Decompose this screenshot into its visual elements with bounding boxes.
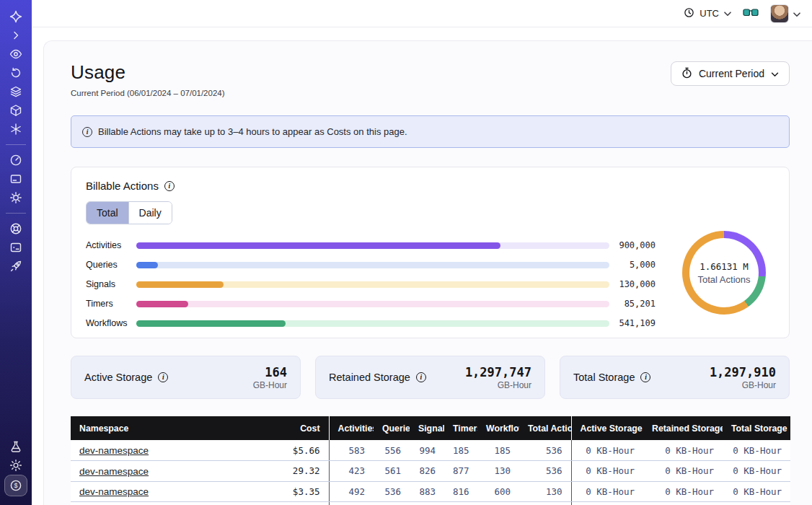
retained-storage-cell: 0 KB-Hour bbox=[643, 481, 723, 502]
info-icon[interactable]: i bbox=[164, 181, 175, 191]
column-header: Active Storage bbox=[571, 416, 643, 440]
card-icon[interactable] bbox=[5, 170, 27, 188]
dollar-coin-icon[interactable]: $ bbox=[4, 475, 27, 496]
timers-cell bbox=[444, 502, 477, 505]
total-actions-cell: 536 bbox=[519, 440, 571, 461]
signals-cell: 883 bbox=[410, 481, 444, 502]
lifebuoy-icon[interactable] bbox=[5, 219, 27, 238]
bar-fill bbox=[136, 301, 188, 307]
donut-center: 1.66131 M Total Actions bbox=[689, 238, 759, 307]
glasses-icon[interactable] bbox=[743, 7, 759, 20]
layers-icon[interactable] bbox=[5, 82, 27, 101]
clock-icon bbox=[684, 7, 694, 20]
timers-cell: 877 bbox=[444, 461, 477, 482]
bar-track bbox=[136, 301, 609, 307]
chart-row: Workflows541,109 bbox=[86, 317, 656, 329]
namespace-link[interactable]: dev-namespace bbox=[79, 445, 149, 456]
info-icon: i bbox=[82, 127, 92, 137]
namespace-cell: dev-namespace bbox=[71, 502, 280, 505]
active-storage-card: Active Storage i 164 GB-Hour bbox=[71, 356, 301, 399]
total-storage-cell: 0 KB-Hour bbox=[723, 440, 790, 461]
storage-card-label: Total Storage bbox=[573, 372, 635, 383]
chart-category-label: Activities bbox=[86, 240, 136, 250]
total-storage-card: Total Storage i 1,297,910 GB-Hour bbox=[560, 356, 790, 399]
cube-icon[interactable] bbox=[5, 101, 27, 120]
storage-card-value: 1,297,747 bbox=[465, 365, 531, 379]
signals-cell: 994 bbox=[410, 440, 444, 461]
info-icon[interactable]: i bbox=[640, 372, 650, 382]
activities-cell bbox=[329, 502, 374, 505]
flask-icon[interactable] bbox=[5, 437, 27, 456]
activities-cell: 492 bbox=[329, 481, 374, 502]
user-menu[interactable] bbox=[770, 4, 800, 23]
chart-view-tabs: Total Daily bbox=[86, 201, 172, 224]
chevron-down-icon bbox=[793, 7, 800, 20]
gear-icon[interactable] bbox=[5, 188, 27, 207]
billable-actions-title: Billable Actions bbox=[86, 180, 159, 192]
namespace-cell: dev-namespace bbox=[71, 440, 280, 461]
namespace-cell: dev-namespace bbox=[71, 461, 280, 482]
chart-value-label: 85,201 bbox=[609, 299, 656, 309]
period-select-button[interactable]: Current Period bbox=[671, 61, 790, 86]
asterisk-icon[interactable] bbox=[5, 120, 27, 139]
stopwatch-icon bbox=[681, 67, 692, 81]
namespace-usage-table: NamespaceCostActivitiesQueriesSignalsTim… bbox=[71, 416, 790, 505]
info-icon[interactable]: i bbox=[158, 372, 168, 382]
bar-fill bbox=[136, 320, 286, 327]
cost-cell: $3.35 bbox=[280, 481, 329, 502]
activities-cell: 583 bbox=[329, 440, 374, 461]
chevron-down-icon bbox=[771, 68, 779, 79]
column-header: Activities bbox=[329, 416, 374, 440]
tab-daily[interactable]: Daily bbox=[128, 202, 172, 224]
storage-card-value: 164 bbox=[253, 365, 287, 379]
chart-row: Activities900,000 bbox=[86, 240, 656, 251]
column-header: Timers bbox=[444, 416, 477, 440]
chart-value-label: 900,000 bbox=[609, 240, 656, 250]
svg-text:$: $ bbox=[14, 482, 17, 489]
total-storage-cell: 0 KB-Hour bbox=[723, 481, 790, 502]
chart-category-label: Queries bbox=[86, 260, 136, 270]
workflows-cell: 130 bbox=[477, 461, 519, 482]
cost-cell bbox=[280, 502, 329, 505]
table-body: dev-namespace$5.665835569941851855360 KB… bbox=[71, 440, 790, 505]
queries-cell bbox=[374, 502, 410, 505]
donut-total-value: 1.66131 M bbox=[700, 261, 749, 272]
workflows-cell bbox=[477, 502, 519, 505]
eye-icon[interactable] bbox=[5, 45, 27, 63]
chevron-right-icon[interactable] bbox=[5, 26, 27, 45]
sun-icon[interactable] bbox=[5, 456, 27, 475]
tab-total[interactable]: Total bbox=[87, 202, 128, 224]
chart-row: Timers85,201 bbox=[86, 298, 656, 309]
page-title: Usage bbox=[71, 61, 225, 84]
bar-track bbox=[136, 242, 609, 249]
sidebar: $ bbox=[0, 0, 32, 505]
gauge-icon[interactable] bbox=[5, 151, 27, 170]
sidebar-divider bbox=[6, 213, 26, 214]
active-storage-cell: 0 KB-Hour bbox=[571, 481, 643, 502]
chart-row: Signals130,000 bbox=[86, 278, 656, 290]
donut-chart-wrap: 1.66131 M Total Actions bbox=[682, 231, 766, 315]
workflows-cell: 185 bbox=[477, 440, 519, 461]
timers-cell: 816 bbox=[444, 481, 477, 502]
history-icon[interactable] bbox=[5, 63, 27, 82]
namespace-link[interactable]: dev-namespace bbox=[79, 486, 149, 497]
terminal-icon[interactable] bbox=[5, 238, 27, 257]
bar-fill bbox=[136, 281, 224, 288]
total-actions-cell: 536 bbox=[519, 461, 571, 482]
workflows-cell: 600 bbox=[477, 481, 519, 502]
period-button-label: Current Period bbox=[699, 68, 764, 79]
info-icon[interactable]: i bbox=[416, 372, 426, 382]
namespace-link[interactable]: dev-namespace bbox=[79, 466, 149, 477]
column-header: Queries bbox=[374, 416, 410, 440]
info-banner: i Billable Actions may take up to 3–4 ho… bbox=[71, 115, 790, 148]
chart-category-label: Workflows bbox=[86, 318, 136, 328]
column-header: Signals bbox=[410, 416, 444, 440]
page-header: Usage Current Period (06/01/2024 – 07/01… bbox=[71, 61, 790, 97]
temporal-logo-icon[interactable] bbox=[5, 7, 27, 26]
chevron-down-icon bbox=[724, 8, 731, 19]
topbar: UTC bbox=[32, 0, 812, 27]
timezone-select[interactable]: UTC bbox=[684, 7, 731, 20]
retained-storage-card: Retained Storage i 1,297,747 GB-Hour bbox=[315, 356, 545, 399]
avatar[interactable] bbox=[770, 4, 789, 23]
rocket-icon[interactable] bbox=[5, 257, 27, 276]
